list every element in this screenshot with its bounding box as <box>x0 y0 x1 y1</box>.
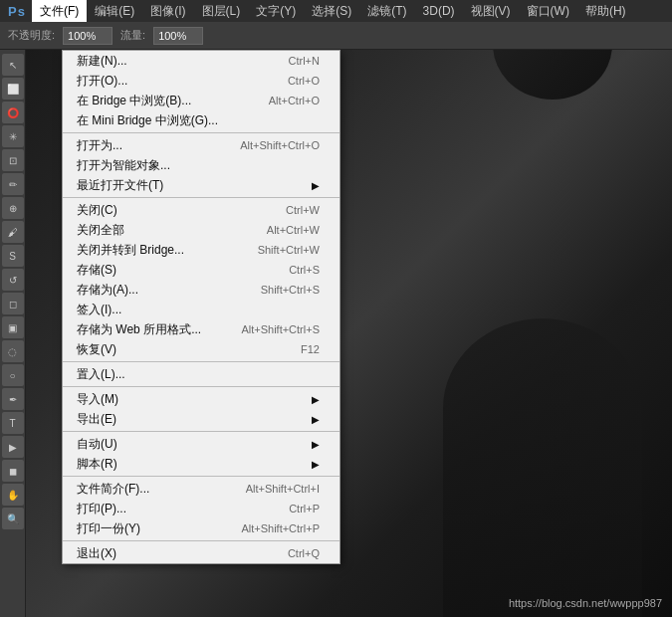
menu-item-layer[interactable]: 图层(L) <box>194 0 249 22</box>
menu-open[interactable]: 打开(O)... Ctrl+O <box>63 71 339 91</box>
menu-item-view[interactable]: 视图(V) <box>463 0 519 22</box>
menu-import[interactable]: 导入(M) ▶ <box>63 389 339 409</box>
path-selection-tool[interactable]: ▶ <box>2 436 24 458</box>
menu-browse-mini-bridge[interactable]: 在 Mini Bridge 中浏览(G)... <box>63 110 339 130</box>
options-bar: 不透明度: 流量: <box>0 22 672 50</box>
menu-save-as[interactable]: 存储为(A)... Shift+Ctrl+S <box>63 280 339 300</box>
menu-revert[interactable]: 恢复(V) F12 <box>63 339 339 359</box>
menu-item-3d[interactable]: 3D(D) <box>415 0 463 22</box>
history-brush-tool[interactable]: ↺ <box>2 269 24 291</box>
menu-place[interactable]: 置入(L)... <box>63 364 339 384</box>
separator-4 <box>63 386 339 387</box>
zoom-tool[interactable]: 🔍 <box>2 508 24 529</box>
menu-close-all[interactable]: 关闭全部 Alt+Ctrl+W <box>63 220 339 240</box>
menu-items: 文件(F) 编辑(E) 图像(I) 图层(L) 文字(Y) 选择(S) 滤镜(T… <box>32 0 634 22</box>
ps-logo: Ps <box>2 4 32 19</box>
menu-open-smart[interactable]: 打开为智能对象... <box>63 155 339 175</box>
text-tool[interactable]: T <box>2 412 24 434</box>
blur-tool[interactable]: ◌ <box>2 340 24 362</box>
silhouette-body <box>443 318 642 617</box>
menu-save[interactable]: 存储(S) Ctrl+S <box>63 260 339 280</box>
menu-item-window[interactable]: 窗口(W) <box>519 0 577 22</box>
clone-stamp-tool[interactable]: S <box>2 245 24 267</box>
watermark: https://blog.csdn.net/wwppp987 <box>509 597 662 609</box>
separator-1 <box>63 132 339 133</box>
left-toolbar: ↖ ⬜ ⭕ ✳ ⊡ ✏ ⊕ 🖌 S ↺ ◻ ▣ ◌ ○ ✒ T ▶ ◼ ✋ 🔍 <box>0 50 26 617</box>
flow-input[interactable] <box>153 27 203 45</box>
menu-browse-bridge[interactable]: 在 Bridge 中浏览(B)... Alt+Ctrl+O <box>63 91 339 110</box>
brush-tool[interactable]: 🖌 <box>2 221 24 243</box>
menu-new[interactable]: 新建(N)... Ctrl+N <box>63 51 339 71</box>
menu-print-one[interactable]: 打印一份(Y) Alt+Shift+Ctrl+P <box>63 518 339 538</box>
opacity-input[interactable] <box>63 27 112 45</box>
workspace: ↖ ⬜ ⭕ ✳ ⊡ ✏ ⊕ 🖌 S ↺ ◻ ▣ ◌ ○ ✒ T ▶ ◼ ✋ 🔍 … <box>0 50 672 617</box>
pen-tool[interactable]: ✒ <box>2 388 24 410</box>
shape-tool[interactable]: ◼ <box>2 460 24 482</box>
eraser-tool[interactable]: ◻ <box>2 293 24 314</box>
lasso-tool[interactable]: ⭕ <box>2 102 24 123</box>
eyedropper-tool[interactable]: ✏ <box>2 173 24 195</box>
menu-item-select[interactable]: 选择(S) <box>304 0 359 22</box>
separator-6 <box>63 476 339 477</box>
menu-print[interactable]: 打印(P)... Ctrl+P <box>63 499 339 518</box>
flow-label: 流量: <box>120 28 145 43</box>
file-dropdown-menu: 新建(N)... Ctrl+N 打开(O)... Ctrl+O 在 Bridge… <box>62 50 340 564</box>
menu-close[interactable]: 关闭(C) Ctrl+W <box>63 200 339 220</box>
menu-open-as[interactable]: 打开为... Alt+Shift+Ctrl+O <box>63 135 339 155</box>
menu-item-filter[interactable]: 滤镜(T) <box>359 0 414 22</box>
menu-export[interactable]: 导出(E) ▶ <box>63 409 339 429</box>
menu-save-web[interactable]: 存储为 Web 所用格式... Alt+Shift+Ctrl+S <box>63 319 339 339</box>
menu-item-image[interactable]: 图像(I) <box>142 0 193 22</box>
gradient-tool[interactable]: ▣ <box>2 316 24 338</box>
magic-wand-tool[interactable]: ✳ <box>2 125 24 147</box>
menu-recent-files[interactable]: 最近打开文件(T) ▶ <box>63 175 339 195</box>
menu-automate[interactable]: 自动(U) ▶ <box>63 434 339 454</box>
separator-5 <box>63 431 339 432</box>
opacity-label: 不透明度: <box>8 28 55 43</box>
menu-file-info[interactable]: 文件简介(F)... Alt+Shift+Ctrl+I <box>63 479 339 499</box>
menu-item-help[interactable]: 帮助(H) <box>577 0 634 22</box>
menu-item-file[interactable]: 文件(F) <box>32 0 87 22</box>
move-tool[interactable]: ↖ <box>2 54 24 76</box>
menu-checkin[interactable]: 签入(I)... <box>63 300 339 319</box>
hand-tool[interactable]: ✋ <box>2 484 24 506</box>
menu-exit[interactable]: 退出(X) Ctrl+Q <box>63 543 339 563</box>
separator-2 <box>63 197 339 198</box>
menu-item-edit[interactable]: 编辑(E) <box>87 0 142 22</box>
separator-7 <box>63 540 339 541</box>
menu-close-bridge[interactable]: 关闭并转到 Bridge... Shift+Ctrl+W <box>63 240 339 260</box>
dodge-tool[interactable]: ○ <box>2 364 24 386</box>
crop-tool[interactable]: ⊡ <box>2 149 24 171</box>
separator-3 <box>63 361 339 362</box>
canvas-area: 新建(N)... Ctrl+N 打开(O)... Ctrl+O 在 Bridge… <box>26 50 672 617</box>
spot-heal-tool[interactable]: ⊕ <box>2 197 24 219</box>
menu-bar: Ps 文件(F) 编辑(E) 图像(I) 图层(L) 文字(Y) 选择(S) 滤… <box>0 0 672 22</box>
menu-item-text[interactable]: 文字(Y) <box>248 0 304 22</box>
marquee-tool[interactable]: ⬜ <box>2 78 24 100</box>
menu-scripts[interactable]: 脚本(R) ▶ <box>63 454 339 474</box>
